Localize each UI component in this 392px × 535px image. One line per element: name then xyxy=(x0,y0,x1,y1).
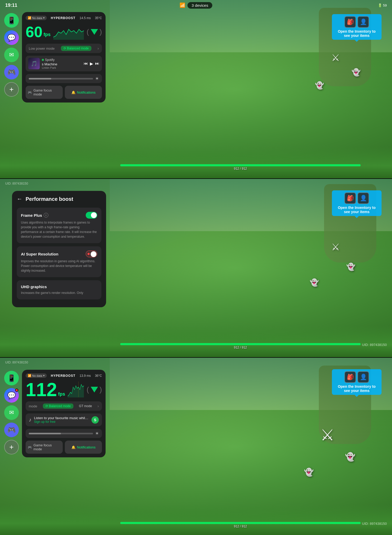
messenger-icon-3[interactable]: 💬 xyxy=(4,388,19,403)
balanced-badge-3[interactable]: ⟳ Balanced mode xyxy=(43,403,73,409)
add-app-button-3[interactable]: + xyxy=(4,440,19,454)
no-data-label-3: No data xyxy=(32,374,42,377)
frame-plus-info-icon[interactable]: i xyxy=(44,213,48,218)
media-controls-1: ⏮ ▶ ⏭ xyxy=(84,61,99,66)
notifications-button-3[interactable]: 🔔 Notifications xyxy=(65,441,102,454)
messages-icon-3[interactable]: ✉ xyxy=(4,405,19,420)
frame-plus-desc: Uses algorithms to interpolate frames in… xyxy=(21,220,97,239)
devices-pill-1: 3 devices xyxy=(187,2,212,9)
brightness-row-3: ☀ xyxy=(26,429,102,438)
battery-icon-1: 🔋 xyxy=(378,3,382,7)
inventory-icon-3: 🎒 xyxy=(344,371,356,383)
ai-resolution-toggle[interactable] xyxy=(86,251,97,257)
power-mode-row-1[interactable]: Low power mode ⟳ Balanced mode › xyxy=(26,44,102,53)
brightness-row-1: ☀ xyxy=(26,74,102,83)
next-track-button-1[interactable]: ⏭ xyxy=(95,61,99,66)
section-3: UID: 897438150 📱 💬 ✉ 🎮 + xyxy=(0,358,392,535)
spotify-thumbnail-1: 🎵 xyxy=(28,58,40,69)
no-data-pill-3: 📶 No data ▾ xyxy=(26,373,47,378)
devices-label-1: 3 devices xyxy=(192,3,208,8)
hyperboost-bar-1: 📶 No data ▾ HYPERBOOST 14.5 ms 35°C xyxy=(26,16,102,20)
enemy-icon-5: 👻 xyxy=(345,452,355,462)
temp-label-1: 35°C xyxy=(95,16,102,20)
brightness-fill-1 xyxy=(29,78,51,79)
sword-icon-1: ⚔ xyxy=(331,52,340,63)
music-row-3: ♪ Listen to your favourite music while y… xyxy=(26,413,102,426)
frame-indicator-3: ( ) xyxy=(87,385,102,394)
svg-marker-0 xyxy=(53,29,84,40)
spotify-app-row-1: Spotify xyxy=(42,58,82,62)
main-panel-1: 📶 No data ▾ HYPERBOOST 14.5 ms 35°C 60 f… xyxy=(22,12,106,103)
hp-bar-3 xyxy=(120,522,361,524)
bracket-left-3: ( xyxy=(87,385,89,394)
main-panel-3: 📶 No data ▾ HYPERBOOST 13.9 ms 36°C 112 … xyxy=(22,370,106,457)
spotify-logo-3[interactable]: S xyxy=(91,416,99,424)
perf-title: Performance boost xyxy=(26,196,73,202)
ai-resolution-title: AI Super Resolution xyxy=(21,252,58,256)
triangle-indicator-3 xyxy=(91,387,98,392)
inventory-tooltip-1[interactable]: 🎒 👤 Open the Inventory to see your items xyxy=(332,14,382,40)
inventory-tooltip-text-2: Open the Inventory to see your items xyxy=(338,206,376,214)
enemy-icon-4: 👻 xyxy=(310,278,319,287)
messages-icon-1[interactable]: ✉ xyxy=(4,48,19,62)
balanced-badge-1[interactable]: ⟳ Balanced mode xyxy=(61,46,91,51)
fps-unit-1: fps xyxy=(44,32,51,37)
gamepad-icon-3: 🎮 xyxy=(28,445,32,449)
hyperboost-bar-3: 📶 No data ▾ HYPERBOOST 13.9 ms 36°C xyxy=(26,373,102,378)
sword-icon-3: ⚔ xyxy=(320,426,335,444)
prev-track-button-1[interactable]: ⏮ xyxy=(84,61,88,66)
frame-plus-toggle-knob xyxy=(91,212,97,218)
enemy-icon-1: 👻 xyxy=(351,68,361,77)
spotify-app-name-1: Spotify xyxy=(45,58,55,62)
enemy-icon-3: 👻 xyxy=(346,263,355,271)
bracket-right-1: ) xyxy=(100,28,102,36)
frame-plus-toggle[interactable] xyxy=(86,212,97,219)
fps-section-1: 60 fps ( ) xyxy=(26,23,102,41)
hp-area-2: 912 / 912 xyxy=(120,343,361,349)
status-bar-center-1: 📶 3 devices xyxy=(180,0,212,10)
power-mode-row-3[interactable]: mode ⟳ Balanced mode GT mode › xyxy=(26,401,102,411)
balanced-badge-text-1: ⟳ Balanced mode xyxy=(64,47,89,50)
grass-decoration-3 xyxy=(0,505,392,535)
inventory-tooltip-3[interactable]: 🎒 👤 Open the Inventory to see your items xyxy=(332,369,382,395)
brightness-slider-3[interactable] xyxy=(29,433,93,434)
discord-icon-3[interactable]: 🎮 xyxy=(4,423,19,437)
play-pause-button-1[interactable]: ▶ xyxy=(90,61,93,66)
music-title-3: Listen to your favourite music while yo.… xyxy=(34,416,89,420)
ai-resolution-header: AI Super Resolution xyxy=(21,251,97,257)
game-focus-button-1[interactable]: 🎮 Game focus mode xyxy=(26,86,63,99)
back-button[interactable]: ← xyxy=(17,196,22,202)
discord-icon-1[interactable]: 🎮 xyxy=(4,65,19,79)
wifi-signal-icon-3: 📶 xyxy=(28,374,31,377)
messenger-icon-1[interactable]: 💬 xyxy=(4,30,19,45)
ai-resolution-desc: Improves the resolution in games using A… xyxy=(21,259,97,273)
game-focus-label-1: Game focus mode xyxy=(33,88,61,96)
add-app-button-1[interactable]: + xyxy=(4,82,19,97)
music-note-icon-3: ♪ xyxy=(29,417,31,423)
ai-resolution-toggle-knob xyxy=(91,251,96,257)
whatsapp-icon-3[interactable]: 📱 xyxy=(4,371,19,385)
frame-plus-title-row: Frame Plus i xyxy=(21,213,48,218)
brightness-slider-1[interactable] xyxy=(29,78,93,79)
enemy-icon-2: 👻 xyxy=(315,81,324,90)
hyperboost-label-1: HYPERBOOST xyxy=(51,16,76,20)
frame-indicator-1: ( ) xyxy=(87,28,102,36)
hp-text-3: 912 / 912 xyxy=(120,525,361,528)
game-focus-button-3[interactable]: 🎮 Game focus mode xyxy=(26,441,63,454)
dropdown-icon-1: ▾ xyxy=(43,16,45,20)
chevron-right-icon-1: › xyxy=(97,46,99,50)
notifications-label-1: Notifications xyxy=(77,90,96,94)
character-icon-1: 👤 xyxy=(358,16,369,28)
sun-icon-1: ☀ xyxy=(95,76,99,81)
uid-display-2: UID: 897438150 xyxy=(362,343,387,347)
uhd-graphics-title: UHD graphics xyxy=(21,284,47,289)
bell-icon-3: 🔔 xyxy=(71,445,76,449)
perf-header: ← Performance boost xyxy=(17,196,101,202)
whatsapp-icon-1[interactable]: 📱 xyxy=(4,13,19,28)
brightness-fill-3 xyxy=(29,433,61,434)
notifications-button-1[interactable]: 🔔 Notifications xyxy=(65,86,102,99)
fps-graph-3 xyxy=(68,382,84,397)
inventory-tooltip-2[interactable]: 🎒 👤 Open the Inventory to see your items xyxy=(332,190,382,216)
wifi-icon-1: 📶 xyxy=(180,2,185,8)
plus-icon-3: + xyxy=(9,443,14,451)
